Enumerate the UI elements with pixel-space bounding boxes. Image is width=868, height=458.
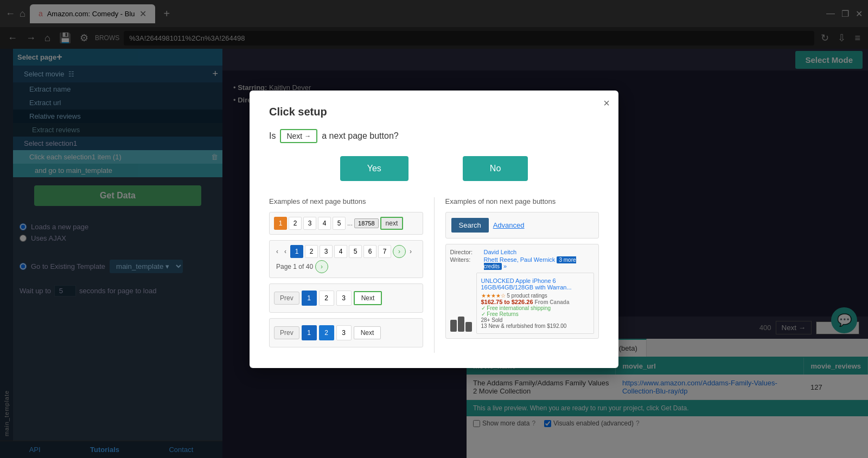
amazon-product-example: Director:David Leitch Writers:Rhett Rees… xyxy=(445,244,599,339)
pag-example-2: ‹ ‹ 1 2 3 4 5 6 7 › › Page 1 of 40 xyxy=(269,240,423,278)
modal-close-button[interactable]: × xyxy=(603,97,610,109)
examples-section: Examples of next page buttons 1 2 3 4 5 … xyxy=(269,197,599,353)
non-next-examples-title: Examples of non next page buttons xyxy=(445,197,599,205)
modal-buttons: Yes No xyxy=(269,156,599,181)
no-button[interactable]: No xyxy=(463,156,528,181)
next-badge-arrow: → xyxy=(304,132,311,140)
yes-button[interactable]: Yes xyxy=(340,156,409,181)
pag-example-1: 1 2 3 4 5 ... 18758 next xyxy=(269,212,423,235)
pag-example-3: Prev 1 2 3 Next xyxy=(269,283,423,313)
advanced-link-example: Advanced xyxy=(493,221,525,229)
non-next-examples-col: Examples of non next page buttons Search… xyxy=(434,197,599,353)
pag-example-4: Prev 1 2 3 Next xyxy=(269,318,423,347)
click-setup-modal: × Click setup Is Next → a next page butt… xyxy=(250,91,618,368)
question-prefix: Is xyxy=(269,131,276,141)
next-examples-col: Examples of next page buttons 1 2 3 4 5 … xyxy=(269,197,423,353)
next-badge: Next → xyxy=(280,129,317,143)
question-suffix: a next page button? xyxy=(322,131,398,141)
modal-overlay: × Click setup Is Next → a next page butt… xyxy=(0,0,868,458)
modal-question: Is Next → a next page button? xyxy=(269,129,599,143)
search-example: Search Advanced xyxy=(445,212,599,238)
search-btn-example: Search xyxy=(451,218,489,233)
next-examples-title: Examples of next page buttons xyxy=(269,197,423,205)
next-badge-label: Next xyxy=(286,132,302,140)
modal-title: Click setup xyxy=(269,106,599,118)
